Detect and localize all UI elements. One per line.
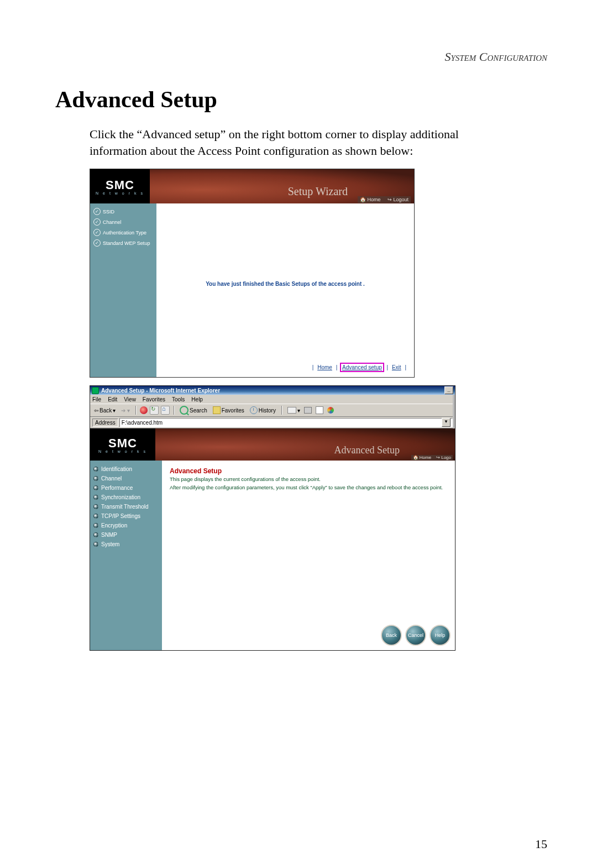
refresh-icon[interactable] (150, 406, 159, 415)
search-icon (180, 406, 188, 415)
menu-file[interactable]: File (92, 396, 101, 402)
address-bar: Address F:\advanced.htm ▼ (90, 417, 455, 428)
wizard-finished-message: You have just finished the Basic Setups … (156, 281, 414, 287)
stop-icon[interactable] (140, 406, 148, 414)
screenshot-setup-wizard: SMC N e t w o r k s Setup Wizard 🏠 Home … (90, 169, 415, 378)
history-button[interactable]: History (248, 406, 277, 415)
bullet-icon (93, 542, 98, 547)
messenger-icon[interactable] (327, 407, 334, 414)
sidebar-item-synchronization[interactable]: Synchronization (93, 494, 159, 500)
forward-button[interactable]: ➔ ▾ (119, 407, 132, 414)
banner-title: Advanced Setup (334, 445, 400, 456)
back-round-button[interactable]: Back (381, 625, 402, 646)
bullet-icon (93, 532, 98, 537)
bullet-icon (93, 476, 98, 481)
sidebar-item-auth-type[interactable]: ✓Authentication Type (93, 229, 153, 236)
check-icon: ✓ (93, 208, 101, 215)
address-input[interactable]: F:\advanced.htm ▼ (119, 418, 453, 427)
back-button[interactable]: ⇦ Back ▾ (92, 407, 117, 414)
content-line-2: After modifying the configuration parame… (170, 484, 447, 491)
sidebar-item-ssid[interactable]: ✓SSID (93, 208, 153, 215)
advanced-content: Advanced Setup This page displays the cu… (162, 461, 455, 650)
bullet-icon (93, 523, 98, 528)
banner-home-link[interactable]: 🏠 Home (413, 455, 432, 460)
section-header: System Configuration (55, 50, 547, 64)
check-icon: ✓ (93, 239, 101, 247)
bullet-icon (93, 485, 98, 490)
ie-icon (92, 387, 99, 394)
check-icon: ✓ (93, 218, 101, 226)
check-icon: ✓ (93, 229, 101, 236)
sidebar-item-transmit-threshold[interactable]: Transmit Threshold (93, 504, 159, 510)
smc-logo: SMC N e t w o r k s (90, 169, 150, 203)
page-number: 15 (535, 837, 547, 851)
wizard-advanced-setup-link[interactable]: Advanced setup (340, 363, 384, 372)
bullet-icon (93, 495, 98, 500)
address-value: F:\advanced.htm (122, 420, 163, 426)
cancel-round-button[interactable]: Cancel (405, 625, 426, 646)
sidebar-item-performance[interactable]: Performance (93, 485, 159, 491)
logo-subtext: N e t w o r k s (98, 449, 147, 453)
banner-title: Setup Wizard (288, 185, 348, 198)
print-icon[interactable] (304, 407, 312, 414)
banner-links: 🏠 Home ↪ Logout (358, 196, 411, 203)
banner-logout-link[interactable]: ↪ Logout (387, 197, 409, 202)
logo-text: SMC (108, 436, 137, 451)
minimize-button[interactable]: _ (444, 386, 453, 394)
menu-view[interactable]: View (124, 396, 136, 402)
banner-links: 🏠 Home ↪ Logo (411, 455, 453, 460)
address-dropdown-icon[interactable]: ▼ (442, 418, 451, 427)
bullet-icon (93, 467, 98, 472)
sidebar-item-snmp[interactable]: SNMP (93, 532, 159, 538)
menu-tools[interactable]: Tools (172, 396, 185, 402)
sidebar-item-system[interactable]: System (93, 541, 159, 547)
sidebar-item-channel[interactable]: ✓Channel (93, 218, 153, 226)
favorites-icon (213, 406, 221, 414)
advanced-sidebar: Identification Channel Performance Synch… (90, 461, 162, 650)
intro-paragraph: Click the “Advanced setup” on the right … (90, 126, 510, 159)
menu-edit[interactable]: Edit (108, 396, 117, 402)
wizard-home-link[interactable]: Home (316, 364, 333, 371)
logo-text: SMC (106, 178, 134, 192)
menu-help[interactable]: Help (191, 396, 203, 402)
wizard-exit-link[interactable]: Exit (391, 364, 402, 371)
menubar: File Edit View Favorites Tools Help (90, 395, 455, 404)
sidebar-item-wep[interactable]: ✓Standard WEP Setup (93, 239, 153, 247)
search-button[interactable]: Search (178, 405, 209, 415)
page-title: Advanced Setup (55, 86, 547, 113)
toolbar: ⇦ Back ▾ ➔ ▾ Search Favorites History ▾ (90, 404, 455, 417)
bullet-icon (93, 514, 98, 519)
home-icon[interactable] (161, 406, 170, 415)
help-round-button[interactable]: Help (430, 625, 451, 646)
edit-icon (316, 406, 323, 414)
favorites-button[interactable]: Favorites (211, 406, 246, 415)
sidebar-item-identification[interactable]: Identification (93, 466, 159, 472)
banner-logout-link[interactable]: ↪ Logo (436, 455, 451, 460)
sidebar-item-tcpip[interactable]: TCP/IP Settings (93, 513, 159, 519)
action-buttons: Back Cancel Help (381, 625, 451, 646)
history-icon (250, 406, 258, 414)
banner: Advanced Setup 🏠 Home ↪ Logo (155, 428, 455, 461)
menu-favorites[interactable]: Favorites (143, 396, 165, 402)
smc-logo: SMC N e t w o r k s (90, 428, 155, 461)
wizard-content: You have just finished the Basic Setups … (156, 203, 414, 377)
banner: Setup Wizard 🏠 Home ↪ Logout (150, 169, 414, 203)
address-label: Address (92, 419, 118, 427)
edit-button[interactable] (314, 406, 325, 415)
banner-home-link[interactable]: 🏠 Home (360, 197, 381, 202)
screenshot-ie-advanced-setup: Advanced Setup - Microsoft Internet Expl… (90, 385, 455, 651)
window-title: Advanced Setup - Microsoft Internet Expl… (101, 388, 443, 394)
sidebar-item-channel[interactable]: Channel (93, 475, 159, 482)
wizard-footer-links: | Home | Advanced setup | Exit | (312, 364, 406, 370)
mail-icon (287, 407, 296, 414)
content-line-1: This page displays the current configura… (170, 476, 447, 483)
wizard-sidebar: ✓SSID ✓Channel ✓Authentication Type ✓Sta… (90, 203, 156, 377)
mail-button[interactable]: ▾ (286, 406, 302, 414)
logo-subtext: N e t w o r k s (96, 191, 144, 195)
window-titlebar: Advanced Setup - Microsoft Internet Expl… (90, 386, 455, 395)
sidebar-item-encryption[interactable]: Encryption (93, 522, 159, 529)
bullet-icon (93, 504, 98, 509)
content-heading: Advanced Setup (170, 467, 447, 475)
